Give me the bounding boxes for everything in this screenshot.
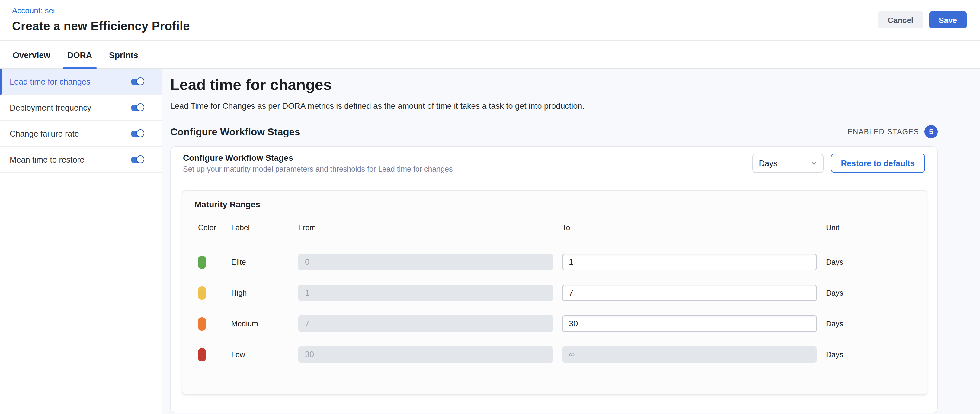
card-header: Configure Workflow Stages Set up your ma…	[171, 147, 937, 180]
column-header-unit: Unit	[826, 224, 915, 232]
restore-defaults-button[interactable]: Restore to defaults	[830, 153, 925, 173]
from-cell	[298, 315, 553, 332]
configure-workflow-card: Configure Workflow Stages Set up your ma…	[170, 146, 938, 413]
metric-toggle[interactable]	[131, 156, 144, 163]
metrics-sidebar: Lead time for changes Deployment frequen…	[0, 69, 162, 414]
tab-label: DORA	[67, 50, 92, 59]
metric-description: Lead Time for Changes as per DORA metric…	[170, 102, 938, 110]
from-cell	[298, 285, 553, 301]
toggle-knob	[137, 77, 144, 85]
header-actions: Cancel Save	[878, 11, 967, 29]
card-header-text: Configure Workflow Stages Set up your ma…	[183, 153, 453, 173]
card-controls: Days Restore to defaults	[752, 153, 925, 173]
maturity-table-row: Elite Days	[194, 254, 915, 270]
maturity-color-swatch	[198, 348, 206, 361]
maturity-table-row: High Days	[194, 285, 915, 301]
maturity-table-row: Medium Days	[194, 315, 915, 332]
sidebar-metric-label: Mean time to restore	[10, 155, 84, 164]
maturity-color-swatch	[198, 317, 206, 330]
account-breadcrumb-link[interactable]: Account: sei	[12, 6, 967, 15]
unit-label: Days	[826, 350, 915, 359]
maturity-table-header: Color Label From To Unit	[194, 224, 915, 239]
maturity-label: Elite	[231, 258, 289, 266]
toggle-knob	[137, 103, 144, 111]
card-subtitle: Set up your maturity model parameters an…	[183, 165, 453, 173]
to-cell	[562, 254, 817, 270]
tab[interactable]: Sprints	[105, 41, 142, 68]
tab-bar: Overview DORA Sprints	[0, 41, 980, 69]
column-header-from: From	[298, 224, 553, 232]
enabled-stages-count-badge: 5	[924, 125, 938, 138]
color-cell	[194, 348, 222, 361]
maturity-table-row: Low Days	[194, 346, 915, 363]
tab[interactable]: Overview	[8, 41, 55, 68]
main-panel: Lead time for changes Lead Time for Chan…	[162, 69, 980, 414]
color-cell	[194, 286, 222, 299]
metric-toggle[interactable]	[131, 130, 144, 137]
cancel-button[interactable]: Cancel	[878, 11, 923, 29]
maturity-label: Medium	[231, 320, 289, 328]
page-header: Account: sei Create a new Efficiency Pro…	[0, 0, 980, 41]
tab-label: Sprints	[109, 50, 138, 59]
efficiency-profile-page: Account: sei Create a new Efficiency Pro…	[0, 0, 980, 414]
color-cell	[194, 317, 222, 330]
save-button[interactable]: Save	[929, 11, 967, 29]
metric-title: Lead time for changes	[170, 76, 938, 94]
chevron-down-icon	[811, 160, 817, 166]
section-title: Configure Workflow Stages	[170, 126, 300, 137]
card-body: Maturity Ranges Color Label From To Unit	[171, 180, 937, 413]
tab-label: Overview	[13, 50, 51, 59]
maturity-color-swatch	[198, 255, 206, 269]
card-title: Configure Workflow Stages	[183, 153, 453, 163]
sidebar-metric-label: Deployment frequency	[10, 103, 91, 112]
sidebar-metric-item[interactable]: Change failure rate	[0, 121, 162, 147]
toggle-knob	[137, 129, 144, 137]
maturity-label: High	[231, 289, 289, 297]
maturity-ranges-card: Maturity Ranges Color Label From To Unit	[182, 190, 928, 395]
maturity-label: Low	[231, 350, 289, 359]
unit-select[interactable]: Days	[752, 153, 823, 173]
unit-label: Days	[826, 320, 915, 328]
section-header-row: Configure Workflow Stages ENABLED STAGES…	[170, 125, 938, 138]
from-input[interactable]	[298, 254, 553, 270]
to-input[interactable]	[562, 346, 817, 363]
maturity-color-swatch	[198, 286, 206, 299]
sidebar-metric-item[interactable]: Lead time for changes	[0, 69, 162, 95]
unit-select-value: Days	[759, 159, 777, 168]
from-cell	[298, 346, 553, 363]
metric-toggle[interactable]	[131, 104, 144, 111]
to-cell	[562, 346, 817, 363]
to-cell	[562, 315, 817, 332]
sidebar-metric-label: Lead time for changes	[10, 77, 90, 86]
to-cell	[562, 285, 817, 301]
enabled-stages-label: ENABLED STAGES	[848, 128, 919, 136]
from-input[interactable]	[298, 346, 553, 363]
sidebar-metric-label: Change failure rate	[10, 129, 79, 138]
unit-label: Days	[826, 258, 915, 266]
metric-toggle[interactable]	[131, 78, 144, 85]
column-header-to: To	[562, 224, 817, 232]
toggle-knob	[137, 155, 144, 163]
maturity-ranges-title: Maturity Ranges	[194, 200, 915, 209]
to-input[interactable]	[562, 254, 817, 270]
sidebar-metric-item[interactable]: Mean time to restore	[0, 147, 162, 173]
tab[interactable]: DORA	[63, 41, 96, 68]
from-input[interactable]	[298, 285, 553, 301]
page-title: Create a new Efficiency Profile	[12, 19, 967, 33]
column-header-label: Label	[231, 224, 289, 232]
sidebar-metric-item[interactable]: Deployment frequency	[0, 95, 162, 121]
to-input[interactable]	[562, 285, 817, 301]
from-input[interactable]	[298, 315, 553, 332]
unit-label: Days	[826, 289, 915, 297]
column-header-color: Color	[194, 224, 222, 232]
color-cell	[194, 255, 222, 269]
from-cell	[298, 254, 553, 270]
content-area: Lead time for changes Deployment frequen…	[0, 69, 980, 414]
to-input[interactable]	[562, 315, 817, 332]
enabled-stages: ENABLED STAGES 5	[848, 125, 938, 138]
